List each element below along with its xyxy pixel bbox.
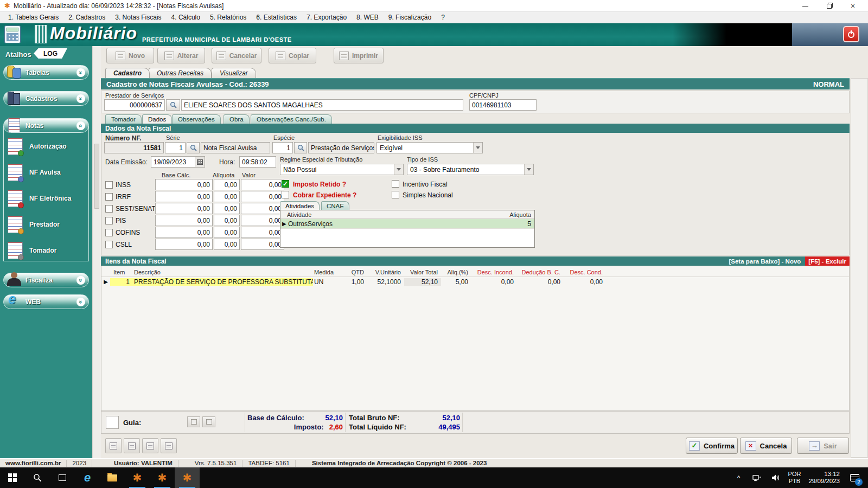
tab-outras-receitas[interactable]: Outras Receitas bbox=[149, 68, 212, 78]
log-badge[interactable]: LOG bbox=[34, 48, 67, 59]
csll-checkbox[interactable] bbox=[105, 241, 113, 248]
pis-aliquota-field[interactable]: 0,00 bbox=[214, 215, 240, 226]
tab-cnae[interactable]: CNAE bbox=[321, 201, 349, 210]
menu-tabelas-gerais[interactable]: 1. Tabelas Gerais bbox=[3, 12, 63, 22]
novo-button[interactable]: Novo bbox=[106, 48, 154, 63]
tab-dados[interactable]: Dados bbox=[142, 114, 172, 124]
status-site[interactable]: www.fiorilli.com.br bbox=[0, 460, 67, 467]
cpf-field[interactable]: 00146981103 bbox=[469, 99, 537, 111]
alterar-button[interactable]: Alterar bbox=[157, 48, 205, 63]
especie-search-button[interactable] bbox=[294, 142, 307, 153]
chevron-down-icon[interactable]: » bbox=[76, 94, 85, 103]
imposto-retido-checkbox[interactable]: ✓ bbox=[282, 180, 289, 188]
simples-nacional-checkbox[interactable] bbox=[392, 191, 399, 198]
irrf-base-field[interactable]: 0,00 bbox=[155, 191, 213, 202]
task-view-button[interactable] bbox=[50, 467, 75, 488]
sest-senat-valor-field[interactable]: 0,00 bbox=[241, 203, 284, 214]
prestador-code-field[interactable]: 000000637 bbox=[104, 99, 165, 111]
taskbar-app3-button[interactable]: ✱ bbox=[175, 467, 200, 488]
serie-field[interactable]: 1 bbox=[165, 142, 186, 153]
inss-valor-field[interactable]: 0,00 bbox=[241, 179, 284, 190]
hora-field[interactable]: 09:58:02 bbox=[239, 156, 276, 168]
taskbar-explorer-button[interactable] bbox=[100, 467, 125, 488]
menu-calculo[interactable]: 4. Cálculo bbox=[167, 12, 205, 22]
volume-icon[interactable] bbox=[768, 467, 784, 488]
sidebar-item-tomador[interactable]: Tomador bbox=[8, 240, 84, 261]
chevron-down-icon[interactable]: » bbox=[76, 276, 85, 285]
sidebar-item-autorizacao[interactable]: Autorização bbox=[8, 136, 84, 157]
guia-checkbox[interactable] bbox=[106, 416, 119, 429]
tab-observacoes[interactable]: Observações bbox=[172, 114, 221, 124]
tab-atividades[interactable]: Atividades bbox=[280, 201, 320, 210]
sidebar-group-fiscaliza[interactable]: Fiscaliza » bbox=[3, 273, 89, 287]
tab-tomador[interactable]: Tomador bbox=[105, 114, 142, 124]
numero-nf-field[interactable]: 11581 bbox=[104, 142, 164, 153]
chevron-up-icon[interactable]: « bbox=[76, 121, 85, 130]
inss-aliquota-field[interactable]: 0,00 bbox=[214, 179, 240, 190]
menu-fiscalizacao[interactable]: 9. Fiscalização bbox=[384, 12, 436, 22]
taskbar-search-button[interactable] bbox=[25, 467, 50, 488]
sest-senat-checkbox[interactable] bbox=[105, 205, 113, 213]
notification-center-button[interactable]: 2 bbox=[845, 467, 864, 488]
inss-checkbox[interactable] bbox=[105, 181, 113, 189]
sidebar-scrollbar[interactable] bbox=[92, 46, 101, 458]
sidebar-group-notas[interactable]: Notas « bbox=[3, 118, 89, 133]
pis-valor-field[interactable]: 0,00 bbox=[241, 215, 284, 226]
data-emissao-field[interactable]: 19/09/2023 bbox=[151, 156, 205, 168]
calendar-button[interactable] bbox=[195, 157, 205, 167]
prestador-search-button[interactable] bbox=[166, 99, 180, 111]
power-button[interactable] bbox=[843, 26, 859, 42]
imprimir-button[interactable]: Imprimir bbox=[334, 48, 384, 63]
taskbar-clock[interactable]: 13:12 29/09/2023 bbox=[805, 471, 843, 485]
taskbar-ie-button[interactable]: e bbox=[75, 467, 100, 488]
record-first-button[interactable] bbox=[105, 438, 122, 453]
taskbar-app1-button[interactable]: ✱ bbox=[125, 467, 150, 488]
taskbar-app2-button[interactable]: ✱ bbox=[150, 467, 175, 488]
close-button[interactable]: × bbox=[841, 0, 865, 12]
menu-relatorios[interactable]: 5. Relatórios bbox=[205, 12, 251, 22]
exigibilidade-select[interactable]: Exigível bbox=[376, 142, 483, 153]
record-last-button[interactable] bbox=[161, 438, 177, 453]
irrf-aliquota-field[interactable]: 0,00 bbox=[214, 191, 240, 202]
restore-button[interactable] bbox=[817, 0, 841, 12]
start-button[interactable] bbox=[0, 467, 25, 488]
regime-select[interactable]: Não Possui bbox=[280, 164, 404, 175]
sidebar-item-prestador[interactable]: Prestador bbox=[8, 214, 84, 235]
menu-exportacao[interactable]: 7. Exportação bbox=[302, 12, 352, 22]
chevron-down-icon[interactable]: » bbox=[76, 298, 85, 306]
prestador-name-field[interactable]: ELIENE SOARES DOS SANTOS MAGALHAES bbox=[181, 99, 463, 111]
irrf-checkbox[interactable] bbox=[105, 193, 113, 201]
sidebar-item-nf-eletronica[interactable]: NF Eletrônica bbox=[8, 188, 84, 209]
tab-obra[interactable]: Obra bbox=[224, 114, 250, 124]
network-icon[interactable] bbox=[749, 467, 765, 488]
record-prev-button[interactable] bbox=[124, 438, 140, 453]
vertical-scrollbar[interactable] bbox=[851, 78, 868, 458]
cofins-aliquota-field[interactable]: 0,00 bbox=[214, 227, 240, 238]
copiar-button[interactable]: Copiar bbox=[269, 48, 316, 63]
cofins-valor-field[interactable]: 0,00 bbox=[241, 227, 284, 238]
csll-valor-field[interactable]: 0,00 bbox=[241, 239, 284, 250]
item-row[interactable]: ▶ 1 PRESTAÇÃO DE SERVIÇO DE PROFESSORA S… bbox=[101, 277, 849, 286]
menu-estatisticas[interactable]: 6. Estatísticas bbox=[251, 12, 302, 22]
cobrar-expediente-checkbox[interactable] bbox=[282, 191, 289, 198]
tab-visualizar[interactable]: Visualizar bbox=[212, 68, 256, 78]
language-indicator[interactable]: POR PTB bbox=[786, 471, 803, 485]
menu-cadastros[interactable]: 2. Cadastros bbox=[63, 12, 110, 22]
sidebar-group-web[interactable]: e WEB » bbox=[3, 294, 89, 309]
tipo-iss-select[interactable]: 03 - Sobre Faturamento bbox=[407, 164, 534, 175]
tab-observacoes-canc-sub[interactable]: Observações Canc./Sub. bbox=[251, 114, 332, 124]
sidebar-group-cadastros[interactable]: Cadastros » bbox=[3, 91, 89, 106]
especie-field[interactable]: 1 bbox=[272, 142, 293, 153]
guia-view-button[interactable] bbox=[202, 416, 215, 427]
pis-checkbox[interactable] bbox=[105, 217, 113, 224]
cancela-button[interactable]: × Cancela bbox=[740, 438, 792, 454]
sest-senat-base-field[interactable]: 0,00 bbox=[155, 203, 213, 214]
sair-button[interactable]: → Sair bbox=[797, 438, 849, 454]
menu-notas-fiscais[interactable]: 3. Notas Fiscais bbox=[110, 12, 166, 22]
chevron-down-icon[interactable]: » bbox=[76, 68, 85, 77]
menu-web[interactable]: 8. WEB bbox=[352, 12, 384, 22]
csll-aliquota-field[interactable]: 0,00 bbox=[214, 239, 240, 250]
pis-base-field[interactable]: 0,00 bbox=[155, 215, 213, 226]
menu-help[interactable]: ? bbox=[436, 12, 450, 22]
tray-chevron-icon[interactable]: ^ bbox=[731, 467, 747, 488]
